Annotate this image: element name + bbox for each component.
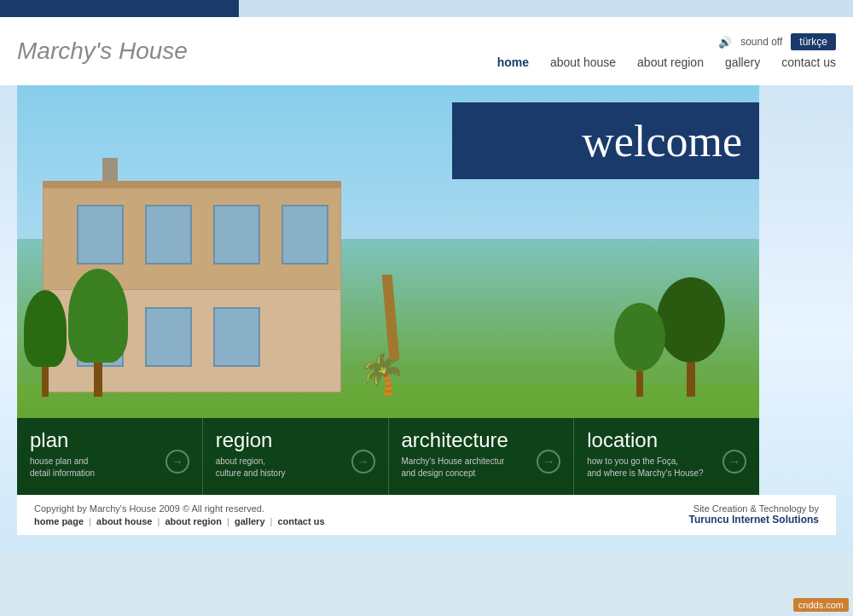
- sound-off-label[interactable]: sound off: [740, 36, 782, 48]
- architecture-arrow[interactable]: →: [537, 450, 560, 474]
- sound-icon[interactable]: 🔊: [718, 36, 732, 49]
- company-name: Turuncu Internet Solutions: [689, 514, 819, 526]
- top-controls: 🔊 sound off türkçe: [718, 33, 836, 50]
- welcome-overlay: welcome: [452, 102, 759, 179]
- footer-right: Site Creation & Technology by Turuncu In…: [689, 503, 819, 526]
- footer-left: Copyright by Marchy's House 2009 © All r…: [34, 503, 325, 526]
- turkce-button[interactable]: türkçe: [791, 33, 836, 50]
- location-title: location: [587, 428, 746, 452]
- site-title: Marchy's House: [17, 38, 188, 65]
- palm-tree: 🌴: [375, 275, 406, 397]
- footer-link-gallery[interactable]: gallery: [235, 516, 264, 526]
- nav-item-contact-us[interactable]: contact us: [781, 55, 836, 69]
- copyright-text: Copyright by Marchy's House 2009 © All r…: [34, 503, 325, 514]
- footer-links: home page | about house | about region |…: [34, 516, 325, 526]
- main-nav: home about house about region gallery co…: [497, 55, 836, 69]
- hero-image: 🌴 welcome plan house pla: [17, 85, 759, 495]
- footer-link-contact-us[interactable]: contact us: [277, 516, 324, 526]
- tree-right2: [614, 303, 665, 397]
- plan-arrow[interactable]: →: [165, 450, 189, 474]
- region-title: region: [216, 428, 375, 452]
- nav-item-gallery[interactable]: gallery: [725, 55, 760, 69]
- header: Marchy's House 🔊 sound off türkçe home a…: [0, 17, 853, 85]
- nav-item-home[interactable]: home: [497, 55, 529, 69]
- top-bar: [0, 0, 239, 17]
- header-right: 🔊 sound off türkçe home about house abou…: [497, 33, 836, 69]
- tree-mid-left: [68, 269, 128, 397]
- nav-item-about-region[interactable]: about region: [637, 55, 704, 69]
- hero-section: 🌴 welcome plan house pla: [17, 85, 759, 495]
- footer-link-home[interactable]: home page: [34, 516, 84, 526]
- location-arrow[interactable]: →: [722, 450, 746, 474]
- architecture-title: architecture: [402, 428, 561, 452]
- watermark: cndds.com: [793, 598, 849, 612]
- region-arrow[interactable]: →: [351, 450, 375, 474]
- site-creation-text: Site Creation & Technology by: [689, 503, 819, 514]
- tree-left: [24, 290, 67, 397]
- location-section[interactable]: location how to you go the Foça, and whe…: [574, 418, 759, 495]
- tree-right: [657, 277, 725, 397]
- welcome-text: welcome: [582, 116, 742, 166]
- footer-link-about-house[interactable]: about house: [96, 516, 152, 526]
- nav-item-about-house[interactable]: about house: [550, 55, 616, 69]
- region-section[interactable]: region about region, culture and history…: [203, 418, 389, 495]
- hero-bottom-strip: plan house plan and detail information →…: [17, 418, 759, 495]
- architecture-section[interactable]: architecture Marchy's House architectur …: [389, 418, 575, 495]
- plan-title: plan: [30, 428, 189, 452]
- footer-link-about-region[interactable]: about region: [165, 516, 222, 526]
- plan-section[interactable]: plan house plan and detail information →: [17, 418, 203, 495]
- footer: Copyright by Marchy's House 2009 © All r…: [17, 495, 836, 535]
